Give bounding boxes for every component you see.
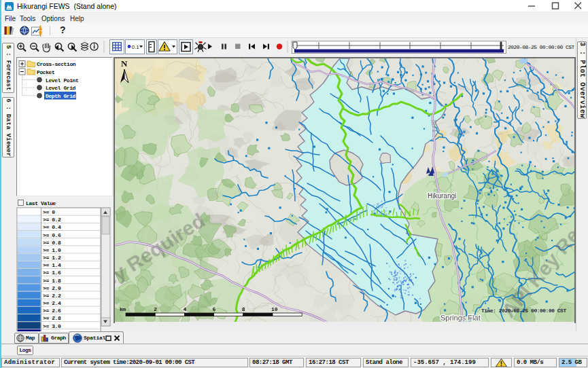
svg-text:>= 1.0: >= 1.0 bbox=[43, 247, 61, 253]
svg-text:>= 2.0: >= 2.0 bbox=[43, 285, 61, 291]
svg-text:>= 1.6: >= 1.6 bbox=[43, 270, 61, 276]
svg-text:>= 2.4: >= 2.4 bbox=[43, 300, 61, 306]
svg-text:>= 0.6: >= 0.6 bbox=[43, 232, 61, 238]
svg-text:6: 6 bbox=[213, 306, 216, 312]
svg-text:>= 1.4: >= 1.4 bbox=[43, 262, 61, 268]
svg-text:Hikurangi: Hikurangi bbox=[428, 192, 456, 200]
svg-text:N: N bbox=[121, 58, 128, 69]
svg-text:4: 4 bbox=[183, 306, 186, 312]
svg-text:Springs Flat: Springs Flat bbox=[440, 314, 481, 322]
svg-text:>= 0.4: >= 0.4 bbox=[43, 224, 61, 230]
svg-text:Cross-section: Cross-section bbox=[37, 61, 76, 67]
svg-text:>= 1.8: >= 1.8 bbox=[43, 278, 61, 284]
svg-text:>= 2.6: >= 2.6 bbox=[43, 308, 61, 314]
svg-text:>= 0.2: >= 0.2 bbox=[43, 217, 61, 223]
svg-text:>= 1.2: >= 1.2 bbox=[43, 255, 61, 261]
svg-text:SH 1: SH 1 bbox=[431, 119, 438, 132]
svg-text:>= 2.8: >= 2.8 bbox=[43, 315, 61, 321]
svg-text:Level Grid: Level Grid bbox=[46, 85, 76, 91]
svg-text:Depth Grid: Depth Grid bbox=[46, 93, 76, 99]
svg-text:km: km bbox=[120, 306, 126, 312]
svg-text:Level Point: Level Point bbox=[46, 77, 79, 84]
svg-text:0.1: 0.1 bbox=[132, 44, 140, 50]
svg-text:>= 2.2: >= 2.2 bbox=[43, 293, 61, 299]
svg-text:Last Value: Last Value bbox=[26, 200, 56, 206]
svg-text:>= 0.8: >= 0.8 bbox=[43, 240, 61, 246]
svg-text:Pocket: Pocket bbox=[37, 69, 55, 75]
svg-text:2: 2 bbox=[154, 306, 157, 312]
svg-text:10: 10 bbox=[271, 306, 278, 312]
svg-text:>= 0: >= 0 bbox=[43, 209, 55, 215]
svg-text:>= 3.0: >= 3.0 bbox=[43, 323, 61, 329]
svg-text:Time: 2020-08-25 00:00:00 CST: Time: 2020-08-25 00:00:00 CST bbox=[481, 308, 566, 314]
svg-text:8: 8 bbox=[242, 306, 245, 312]
svg-text:2020-08-25 00:00:00 CST: 2020-08-25 00:00:00 CST bbox=[508, 44, 575, 50]
